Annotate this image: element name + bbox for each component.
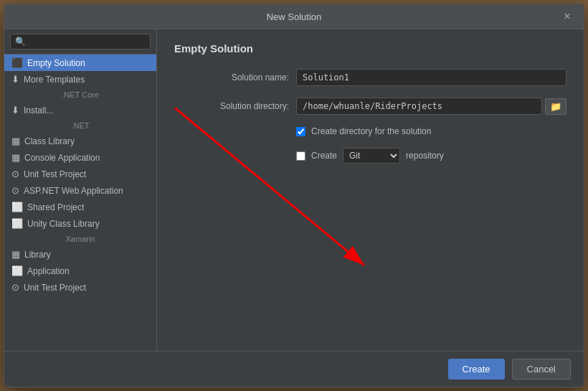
sidebar-item-label: Unity Class Library — [27, 219, 100, 229]
sidebar-item-application[interactable]: ⬜ Application — [4, 263, 156, 279]
git-repo-row: Create Git Mercurial None repository — [296, 148, 566, 164]
search-input[interactable] — [10, 34, 151, 50]
git-select[interactable]: Git Mercurial None — [343, 148, 400, 164]
sidebar-item-label: More Templates — [24, 75, 85, 85]
panel-title: Empty Solution — [174, 42, 566, 55]
new-solution-dialog: New Solution × ⬛ Empty Solution ⬇ More T… — [4, 4, 584, 387]
sidebar-item-label: Class Library — [24, 136, 75, 146]
sidebar-item-unity-class-library[interactable]: ⬜ Unity Class Library — [4, 215, 156, 232]
create-dir-label: Create directory for the solution — [311, 126, 431, 136]
solution-name-label: Solution name: — [174, 72, 289, 83]
sidebar-item-label: Application — [27, 266, 70, 276]
solution-name-input[interactable] — [296, 69, 566, 86]
dir-input-row: 📁 — [296, 98, 566, 115]
sidebar-category-xamarin: Xamarin — [4, 232, 156, 246]
unit-test-2-icon: ⊙ — [11, 282, 19, 293]
sidebar-item-label: ASP.NET Web Application — [24, 186, 123, 196]
search-box — [4, 29, 156, 55]
title-bar: New Solution × — [4, 4, 584, 29]
sidebar-item-unit-test-project-2[interactable]: ⊙ Unit Test Project — [4, 279, 156, 296]
sidebar-item-console-application[interactable]: ▦ Console Application — [4, 149, 156, 166]
sidebar-item-aspnet-web-app[interactable]: ⊙ ASP.NET Web Application — [4, 182, 156, 199]
close-button[interactable]: × — [561, 10, 574, 23]
repository-label: repository — [406, 151, 444, 161]
class-library-icon: ▦ — [11, 136, 20, 146]
category-label: .NET — [71, 121, 89, 130]
sidebar-item-label: Install... — [24, 105, 53, 116]
dialog-title: New Solution — [27, 11, 561, 22]
create-button[interactable]: Create — [448, 359, 505, 380]
sidebar-item-class-library[interactable]: ▦ Class Library — [4, 133, 156, 149]
category-label: .NET Core — [62, 90, 99, 99]
sidebar-item-label: Shared Project — [27, 202, 84, 212]
create-dir-row: Create directory for the solution — [296, 126, 566, 136]
dialog-body: ⬛ Empty Solution ⬇ More Templates .NET C… — [4, 29, 584, 351]
sidebar-item-install[interactable]: ⬇ Install... — [4, 102, 156, 118]
sidebar-item-shared-project[interactable]: ⬜ Shared Project — [4, 199, 156, 215]
more-templates-icon: ⬇ — [11, 74, 19, 85]
solution-dir-label: Solution directory: — [174, 101, 289, 111]
sidebar-item-library[interactable]: ▦ Library — [4, 246, 156, 263]
library-icon: ▦ — [11, 249, 20, 260]
sidebar-item-label: Unit Test Project — [24, 283, 86, 293]
console-app-icon: ▦ — [11, 152, 20, 163]
sidebar-item-empty-solution[interactable]: ⬛ Empty Solution — [4, 55, 156, 71]
sidebar-category-dotnet-core: .NET Core — [4, 88, 156, 102]
sidebar-category-dotnet: .NET — [4, 118, 156, 133]
category-label: Xamarin — [66, 235, 95, 243]
solution-dir-input[interactable] — [296, 98, 542, 115]
empty-solution-icon: ⬛ — [11, 57, 23, 68]
create-dir-checkbox[interactable] — [296, 127, 305, 136]
shared-project-icon: ⬜ — [11, 202, 23, 212]
sidebar-item-label: Empty Solution — [27, 58, 85, 68]
footer: Create Cancel — [4, 351, 584, 387]
application-icon: ⬜ — [11, 265, 23, 276]
cancel-button[interactable]: Cancel — [512, 359, 571, 380]
sidebar-item-label: Unit Test Project — [24, 169, 86, 179]
sidebar-item-more-templates[interactable]: ⬇ More Templates — [4, 71, 156, 88]
aspnet-icon: ⊙ — [11, 185, 19, 196]
sidebar-item-label: Library — [24, 250, 51, 260]
sidebar-item-unit-test-project[interactable]: ⊙ Unit Test Project — [4, 166, 156, 182]
sidebar-item-label: Console Application — [24, 153, 100, 163]
install-icon: ⬇ — [11, 105, 19, 116]
create-repo-checkbox[interactable] — [296, 151, 305, 161]
main-panel: Empty Solution Solution name: Solution d… — [157, 29, 584, 351]
sidebar: ⬛ Empty Solution ⬇ More Templates .NET C… — [4, 29, 157, 351]
create-repo-label: Create — [311, 151, 337, 161]
browse-button[interactable]: 📁 — [545, 98, 566, 115]
solution-dir-row: Solution directory: 📁 — [174, 98, 566, 115]
solution-name-row: Solution name: — [174, 69, 566, 86]
unit-test-icon: ⊙ — [11, 169, 19, 179]
unity-icon: ⬜ — [11, 218, 23, 229]
